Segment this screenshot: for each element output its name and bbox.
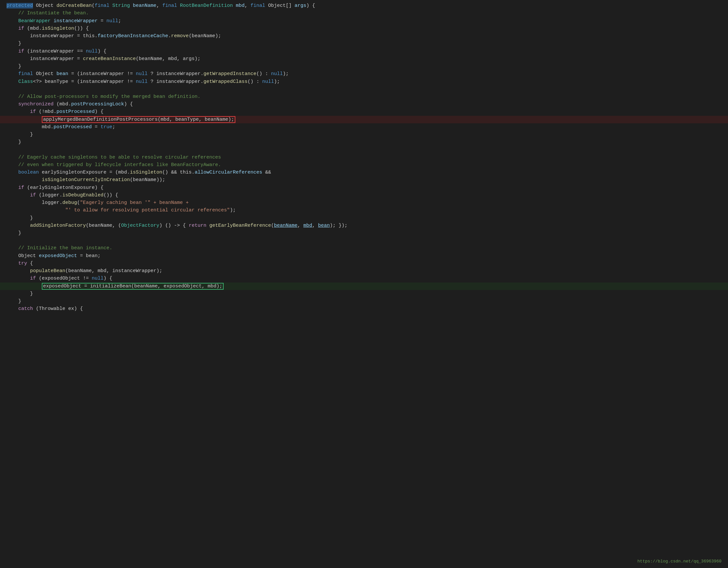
code-token: isSingleton: [130, 170, 162, 175]
code-token: // even when triggered by lifecycle inte…: [7, 162, 221, 168]
code-token: ) {: [306, 3, 315, 8]
code-line-38: exposedObject = initializeBean(beanName,…: [0, 283, 728, 290]
highlighted-code-green: exposedObject = initializeBean(beanName,…: [42, 283, 224, 290]
code-token: instanceWrapper = this.: [7, 33, 98, 39]
code-token: (mbd.: [54, 102, 71, 107]
code-token: (exposedObject !=: [36, 276, 92, 281]
code-line-15: if (!mbd.postProcessed) {: [0, 108, 728, 116]
code-token: beanName: [274, 223, 297, 229]
code-token: (Throwable ex) {: [33, 306, 83, 311]
code-token: () :: [256, 71, 271, 77]
code-token: [206, 223, 209, 229]
code-line-41: catch (Throwable ex) {: [0, 305, 728, 312]
code-token: Object: [7, 253, 39, 259]
code-token: =: [98, 18, 106, 24]
code-token: &&: [262, 170, 271, 175]
code-token: (beanName, mbd, instanceWrapper);: [65, 268, 162, 274]
code-line-22: // even when triggered by lifecycle inte…: [0, 161, 728, 169]
code-token: getEarlyBeanReference: [209, 223, 271, 229]
code-token: bean: [318, 223, 330, 229]
code-token: ,: [156, 3, 162, 8]
code-token: ()) {: [74, 26, 89, 31]
code-token: ? instanceWrapper.: [148, 71, 203, 77]
code-line-8: instanceWrapper = createBeanInstance(bea…: [0, 55, 728, 63]
code-line-11: Class<?> beanType = (instanceWrapper != …: [0, 78, 728, 86]
code-token: doCreateBean: [56, 3, 92, 8]
code-token: }: [7, 41, 21, 46]
code-token: ;: [112, 124, 115, 130]
code-token: catch: [7, 306, 33, 311]
code-token: if: [7, 49, 24, 54]
code-token: .: [168, 33, 171, 39]
code-token: if: [7, 109, 36, 115]
code-token: );: [274, 79, 280, 85]
code-token: }: [7, 64, 21, 69]
code-token: isSingletonCurrentlyInCreation: [42, 177, 130, 183]
code-token: () && this.: [162, 170, 195, 175]
code-token: [7, 208, 65, 213]
code-token: remove: [171, 33, 189, 39]
code-line-3: BeanWrapper instanceWrapper = null;: [0, 17, 728, 25]
code-token: if: [7, 193, 36, 198]
code-line-14: synchronized (mbd.postProcessingLock) {: [0, 101, 728, 108]
code-token: Class: [7, 79, 33, 85]
code-line-36: populateBean(beanName, mbd, instanceWrap…: [0, 267, 728, 275]
code-token: ) {: [124, 102, 133, 107]
code-token: // Initialize the bean instance.: [7, 245, 112, 251]
code-line-30: addSingletonFactory(beanName, (ObjectFac…: [0, 222, 728, 229]
url-bar: https://blog.csdn.net/qq_36963960: [638, 558, 721, 565]
code-line-27: logger.debug("Eagerly caching bean '" + …: [0, 199, 728, 207]
code-token: [7, 177, 42, 183]
code-token: synchronized: [7, 102, 54, 107]
code-token: (beanName));: [130, 177, 165, 183]
code-token: ,: [245, 3, 250, 8]
code-token: null: [92, 276, 103, 281]
code-token: mbd: [303, 223, 312, 229]
code-token: <?> beanType = (instanceWrapper !=: [33, 79, 136, 85]
code-token: }: [7, 291, 33, 296]
code-token: args: [294, 3, 306, 8]
code-line-26: if (logger.isDebugEnabled()) {: [0, 192, 728, 199]
code-token: RootBeanDefinition: [177, 3, 236, 8]
code-token: instanceWrapper =: [7, 56, 83, 62]
code-token: ObjectFactory: [121, 223, 159, 229]
code-token: earlySingletonExposure = (mbd.: [39, 170, 130, 175]
code-line-23: boolean earlySingletonExposure = (mbd.is…: [0, 169, 728, 176]
code-token: Object: [33, 71, 56, 77]
code-token: postProcessed: [56, 109, 95, 115]
code-token: null: [106, 18, 118, 24]
code-token: createBeanInstance: [83, 56, 136, 62]
code-token: boolean: [7, 170, 39, 175]
code-token: null: [262, 79, 274, 85]
code-token: (earlySingletonExposure) {: [24, 185, 103, 191]
code-token: = bean;: [77, 253, 101, 259]
code-token: ) () -> {: [159, 223, 189, 229]
code-token: (instanceWrapper ==: [24, 49, 86, 54]
code-token: if: [7, 276, 36, 281]
code-token: (logger.: [36, 193, 62, 198]
code-token: instanceWrapper: [54, 18, 98, 24]
code-token: Object[]: [265, 3, 294, 8]
code-token: ) {: [98, 49, 106, 54]
code-line-7: if (instanceWrapper == null) {: [0, 48, 728, 55]
code-token: }: [7, 230, 21, 236]
code-line-40: }: [0, 297, 728, 305]
code-token: ,: [312, 223, 318, 229]
code-token: String: [109, 3, 133, 8]
code-token: [7, 117, 42, 122]
code-token: final: [95, 3, 109, 8]
code-token: (: [271, 223, 274, 229]
code-token: (beanName, (: [86, 223, 121, 229]
code-token: }: [7, 139, 21, 145]
code-token: bean: [56, 71, 68, 77]
code-line-34: Object exposedObject = bean;: [0, 252, 728, 260]
code-token: mbd: [236, 3, 245, 8]
code-line-24: isSingletonCurrentlyInCreation(beanName)…: [0, 176, 728, 184]
code-token: Object: [33, 3, 56, 8]
code-token: "' to allow for resolving potential circ…: [65, 208, 230, 213]
code-token: beanName: [133, 3, 156, 8]
code-token: }: [7, 215, 33, 221]
code-token: ); });: [330, 223, 347, 229]
code-token: (!mbd.: [36, 109, 56, 115]
code-token: ) {: [95, 109, 103, 115]
